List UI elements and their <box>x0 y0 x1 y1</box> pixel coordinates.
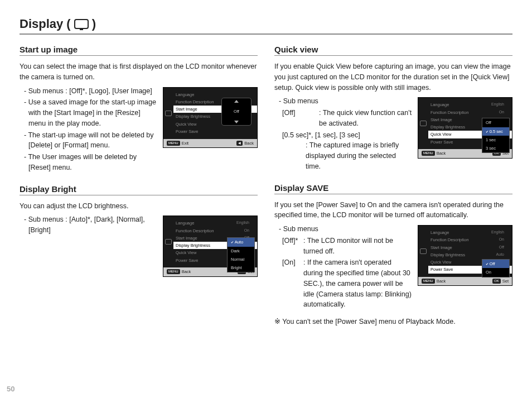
lcd-quickview: LanguageEnglish Function DescriptionOn S… <box>418 97 512 158</box>
popup-option: 3 sec <box>482 144 509 152</box>
right-column: Quick view If you enable Quick View befo… <box>274 41 512 337</box>
startup-intro: You can select the image that is first d… <box>20 61 258 83</box>
title-prefix: Display ( <box>20 17 71 31</box>
lcd-bright: LanguageEnglish Function DescriptionOn S… <box>163 216 258 276</box>
popup-option-selected: Auto <box>228 238 254 246</box>
menu-button-icon: MENU <box>167 141 180 146</box>
menu-button-icon: MENU <box>422 279 435 284</box>
lcd-popup: Off 0.5 sec 1 sec 3 sec <box>482 118 510 153</box>
quickview-intro: If you enable Quick View before capturin… <box>274 61 512 93</box>
chevron-down-icon <box>234 121 239 123</box>
lcd-popup: Off On <box>482 259 510 277</box>
def-row: [Off] : The quick view function can't be… <box>274 108 412 129</box>
lcd-row: Power Save <box>173 128 257 135</box>
lcd-row: Start ImageOff <box>428 244 512 251</box>
def-row: [0.5 sec]*, [1 sec], [3 sec] : The captu… <box>274 130 412 172</box>
lcd-row: LanguageEnglish <box>428 101 512 108</box>
list-item: Sub menus : [Off]*, [Logo], [User Image] <box>24 86 157 97</box>
page-number: 50 <box>7 385 14 393</box>
display-icon <box>420 248 427 254</box>
def-row: [Off]* : The LCD monitor will not be tur… <box>274 236 412 257</box>
lcd-row: LanguageEnglish <box>428 229 512 236</box>
lcd-row: Function DescriptionOn <box>173 227 257 234</box>
list-item: Use a saved image for the start-up image… <box>24 97 157 128</box>
save-intro: If you set the [Power Save] to On and th… <box>274 200 512 221</box>
popup-option: 1 sec <box>482 136 509 144</box>
def-row: [On] : If the camera isn't operated duri… <box>274 257 412 310</box>
lcd-popup: Auto Dark Normal Bright <box>227 237 255 272</box>
ok-button-icon: OK <box>492 279 501 284</box>
lcd-footer: MENUBack OKSet <box>418 277 512 285</box>
page-title: Display ( ) <box>20 17 512 35</box>
lcd-row: Display BrightnessAuto <box>428 251 512 259</box>
section-heading-bright: Display Bright <box>20 184 258 195</box>
lcd-footer: MENUExit ◀Back <box>163 139 257 147</box>
display-icon <box>165 239 172 245</box>
display-icon <box>165 111 172 116</box>
chevron-up-icon <box>234 100 239 103</box>
popup-option: On <box>482 268 509 276</box>
lcd-startup: Language Function Description Start Imag… <box>163 87 258 148</box>
save-note: ※ You can't set the [Power Save] menu of… <box>274 317 512 327</box>
lcd-row: LanguageEnglish <box>173 219 257 227</box>
left-arrow-icon: ◀ <box>236 141 243 146</box>
popup-option: Bright <box>228 264 254 272</box>
title-suffix: ) <box>92 17 96 31</box>
section-heading-save: Display SAVE <box>274 183 512 194</box>
list-item: The User images will be deleted by [Rese… <box>24 152 157 173</box>
menu-button-icon: MENU <box>167 269 180 274</box>
list-item: Sub menus : [Auto]*, [Dark], [Normal], [… <box>24 214 157 236</box>
menu-button-icon: MENU <box>422 151 435 156</box>
left-column: Start up image You can select the image … <box>20 41 258 337</box>
popup-option: Normal <box>228 255 254 264</box>
popup-option-selected: 0.5 sec <box>482 127 509 136</box>
sub-menus-label: Sub menus <box>279 96 412 107</box>
lcd-row: Function DescriptionOn <box>428 109 512 116</box>
list-item: The start-up image will not be deleted b… <box>24 130 157 151</box>
display-icon <box>420 121 427 126</box>
section-heading-startup: Start up image <box>20 45 258 56</box>
lcd-row: Language <box>173 91 257 98</box>
bright-bullets: Sub menus : [Auto]*, [Dark], [Normal], [… <box>20 214 157 236</box>
startup-bullets: Sub menus : [Off]*, [Logo], [User Image]… <box>20 86 157 173</box>
lcd-popup: Off <box>221 98 252 126</box>
lcd-save: LanguageEnglish Function DescriptionOn S… <box>418 225 512 286</box>
popup-option: Off <box>482 118 509 127</box>
popup-option-selected: Off <box>482 260 509 268</box>
section-heading-quickview: Quick view <box>274 45 512 56</box>
popup-option: Dark <box>228 247 254 255</box>
display-icon <box>74 19 89 29</box>
sub-menus-label: Sub menus <box>279 224 412 234</box>
bright-intro: You can adjust the LCD brightness. <box>20 201 258 212</box>
lcd-row: Function DescriptionOn <box>428 236 512 243</box>
